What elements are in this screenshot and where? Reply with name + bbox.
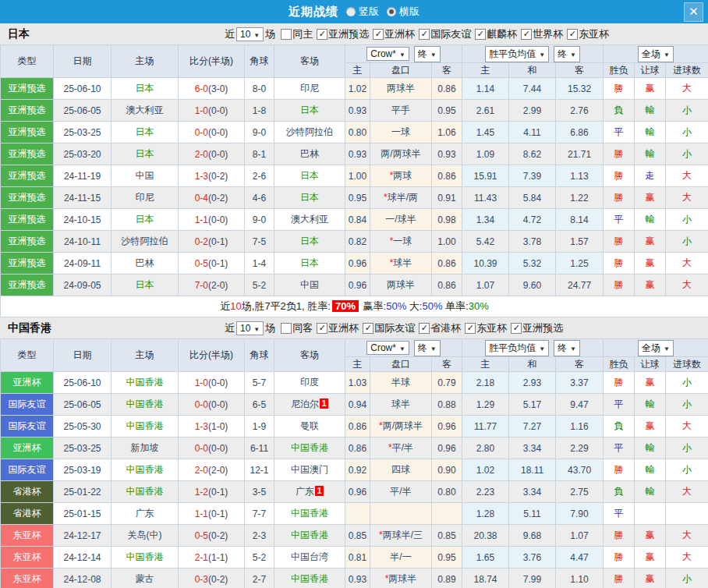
radio-vertical[interactable] [346,7,356,16]
avg-home-odds: 1.14 [462,78,509,100]
crow-away-odds: 0.95 [432,100,462,122]
handicap-cell: *球半/两 [370,187,432,209]
red-card-badge: 1 [320,398,328,409]
type-badge: 亚洲预选 [1,209,54,231]
summary-segment: 近 [220,300,230,312]
avg-draw-odds: 4.72 [509,209,556,231]
home-team: 中国香港 [112,547,179,569]
handicap-cell: *两球 [370,165,432,187]
score-cell: 1-0(0-0) [179,100,245,122]
summary-row: 近10场,胜7平2负1, 胜率:70% 赢率:50% 大:50% 单率:30% [1,296,708,317]
same-venue-checkbox[interactable] [281,323,292,334]
avg-draw-odds: 4.11 [509,122,556,143]
handicap-result: 赢 [635,275,666,296]
chevron-down-icon: ▼ [430,345,437,352]
avg-draw-odds: 3.34 [509,437,556,459]
summary-segment: 场,胜7平2负1, 胜率: [242,300,331,312]
date-cell: 24-12-17 [54,525,112,547]
crow-home-odds: 0.84 [345,209,370,231]
competition-label: 亚洲预选 [522,321,563,335]
final-odds-select[interactable]: 终▼ [414,46,441,62]
goals-result: 大 [666,165,708,187]
bookmaker-dd-wrap: Crow*▼终▼ [345,46,462,62]
competition-checkbox[interactable] [475,29,486,40]
radio-vertical-label[interactable]: 竖版 [359,5,379,19]
team-name: 日本 [0,27,223,41]
header-fullmatch-group: 全场▼ [604,45,708,63]
avg-odds-select[interactable]: 胜平负均值▼ [485,340,549,356]
competition-checkbox[interactable] [317,323,327,334]
type-badge: 亚洲预选 [1,231,54,253]
match-count-select[interactable]: 10▼ [236,321,264,335]
date-cell: 24-12-08 [54,569,112,588]
avg-away-odds: 6.86 [556,122,604,143]
avg-dd-wrap: 胜平负均值▼终▼ [462,340,603,356]
radio-horizontal[interactable] [387,7,396,16]
competition-checkbox[interactable] [373,29,384,40]
close-button[interactable]: ✕ [684,2,703,22]
wdl-result: 勝 [604,275,635,296]
fullmatch-select[interactable]: 全场▼ [638,340,674,356]
competition-checkbox[interactable] [363,323,373,334]
competition-label: 东亚杯 [579,27,609,41]
handicap-cell: 四球 [370,459,432,481]
header-home: 主场 [112,45,179,78]
away-team: 曼联 [274,416,345,437]
date-cell: 24-12-14 [54,547,112,569]
corner-cell: 5-2 [245,547,274,569]
type-badge: 亚洲预选 [1,78,54,100]
competition-label: 东亚杯 [476,321,507,335]
crow-home-odds: 0.80 [345,122,370,143]
competition-checkbox[interactable] [511,323,522,334]
wdl-result: 勝 [604,253,635,275]
competition-checkbox[interactable] [521,29,532,40]
handicap-result: 赢 [635,372,666,394]
avg-odds-select[interactable]: 胜平负均值▼ [485,46,549,62]
win-rate-highlight: 70% [332,300,359,312]
score-cell: 0-5(0-1) [179,253,245,275]
goals-result: 大 [666,187,708,209]
wdl-result: 負 [604,416,635,437]
competition-checkbox[interactable] [419,29,430,40]
summary-segment: 50% [386,300,406,312]
final-avg-select[interactable]: 终▼ [554,340,580,356]
avg-away-odds: 2.76 [556,100,604,122]
crow-away-odds: 0.86 [432,275,462,296]
recent-matches-table: 类型日期主场比分(半场)角球客场Crow*▼终▼胜平负均值▼终▼全场▼主盘口客主… [0,44,708,317]
competition-checkbox[interactable] [419,323,430,334]
halftime-score: (0-1) [208,236,228,247]
bookmaker-select[interactable]: Crow*▼ [366,341,409,355]
competition-checkbox[interactable] [567,29,578,40]
fulltime-score: 0-3 [195,574,208,585]
away-team: 中国香港 [274,503,345,525]
date-cell: 25-06-10 [54,78,112,100]
corner-cell: 8-0 [245,78,274,100]
table-row: 亚洲杯25-03-25新加坡0-0(0-0)6-11中国香港0.86*平/半0.… [1,437,708,459]
crow-away-odds: 0.95 [432,547,462,569]
avg-away-odds: 15.32 [556,78,604,100]
subheader-crow-away: 客 [432,63,462,78]
final-odds-select[interactable]: 终▼ [414,340,441,356]
crow-home-odds: 0.95 [345,187,370,209]
bookmaker-select[interactable]: Crow*▼ [366,47,409,61]
crow-away-odds: 0.86 [432,78,462,100]
red-card-badge: 1 [315,486,324,496]
final-avg-select[interactable]: 终▼ [554,46,580,62]
avg-draw-odds: 3.78 [509,231,556,253]
type-badge: 东亚杯 [1,569,54,588]
table-row: 国际友谊25-05-30中国香港1-3(1-0)1-9曼联0.86*两/两球半0… [1,416,708,437]
chevron-down-icon: ▼ [399,345,405,352]
competition-checkbox[interactable] [317,29,327,40]
crow-away-odds: 0.89 [432,569,462,588]
crow-home-odds: 0.82 [345,231,370,253]
wdl-result: 勝 [604,165,635,187]
avg-away-odds: 2.29 [556,437,604,459]
avg-away-odds: 8.14 [556,209,604,231]
fullmatch-select[interactable]: 全场▼ [638,46,674,62]
competition-checkbox[interactable] [465,323,476,334]
radio-horizontal-label[interactable]: 横版 [399,5,419,19]
wdl-result: 平 [604,209,635,231]
match-count-select[interactable]: 10▼ [236,27,264,41]
same-venue-checkbox[interactable] [281,29,292,40]
corner-cell: 4-6 [245,187,274,209]
